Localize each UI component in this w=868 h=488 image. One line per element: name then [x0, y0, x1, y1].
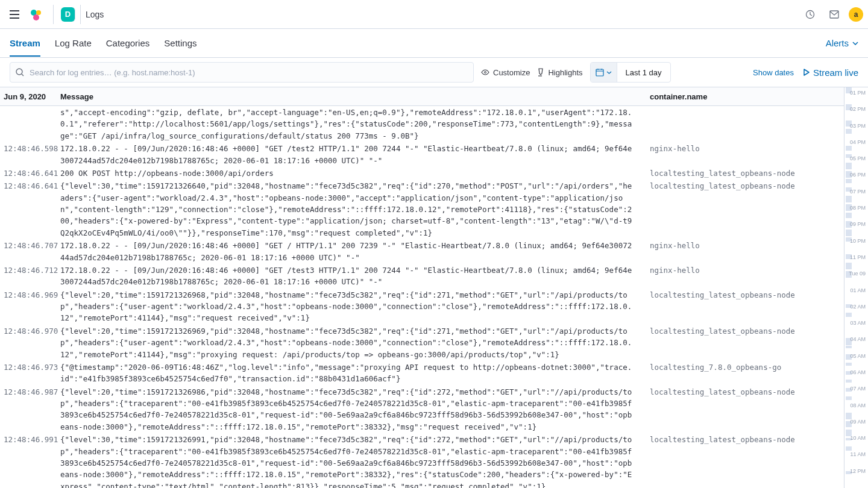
search-input[interactable] [10, 62, 474, 83]
alerts-label: Alerts [826, 38, 849, 48]
time-range-selector[interactable]: Last 1 day [590, 62, 671, 83]
log-message: {"level":20,"time":1591721326986,"pid":3… [57, 386, 639, 433]
show-dates-link[interactable]: Show dates [753, 68, 794, 77]
log-container-name: localtesting_latest_opbeans-node [639, 180, 844, 192]
log-container-name: nginx-hello [639, 143, 844, 154]
highlight-icon [537, 68, 544, 77]
minimap-tick: 04 AM [846, 336, 866, 342]
col-message-header[interactable]: Message [57, 92, 639, 101]
breadcrumb[interactable]: Logs [86, 10, 104, 19]
log-container-name: localtesting_latest_opbeans-node [639, 434, 844, 445]
log-timestamp: 12:48:46.641 [0, 180, 57, 192]
log-columns-header: Jun 9, 2020 Message container.name [0, 87, 868, 106]
tab-settings[interactable]: Settings [164, 30, 197, 57]
log-timestamp: 12:48:46.970 [0, 325, 57, 337]
minimap-tick: 02 PM [846, 106, 866, 112]
log-row[interactable]: 12:48:46.712172.18.0.22 - - [09/Jun/2020… [0, 264, 844, 289]
log-message: 172.18.0.22 - - [09/Jun/2020:16:48:46 +0… [57, 240, 639, 263]
minimap-tick: 03 AM [846, 320, 866, 326]
minimap-tick: 09 PM [846, 221, 866, 227]
calendar-button[interactable] [591, 63, 617, 82]
log-container-name: localtesting_7.8.0_opbeans-go [639, 361, 844, 373]
log-row[interactable]: 12:48:46.991{"level":30,"time":159172132… [0, 433, 844, 488]
divider [53, 5, 54, 24]
log-message: {"level":30,"time":1591721326640,"pid":3… [57, 180, 639, 239]
log-row[interactable]: 12:48:46.641{"level":30,"time":159172132… [0, 180, 844, 239]
time-range-text: Last 1 day [617, 68, 670, 77]
chevron-down-icon [606, 71, 612, 74]
tabs: Stream Log Rate Categories Settings [10, 30, 197, 57]
minimap-tick: 08 PM [846, 205, 866, 211]
stream-live-button[interactable]: Stream live [804, 67, 858, 78]
play-icon [804, 69, 810, 76]
log-row[interactable]: 12:48:46.598172.18.0.22 - - [09/Jun/2020… [0, 142, 844, 167]
log-timestamp: 12:48:46.987 [0, 386, 57, 398]
tab-categories[interactable]: Categories [106, 30, 150, 57]
log-message: 172.18.0.22 - - [09/Jun/2020:16:48:46 +0… [57, 143, 639, 166]
minimap-tick: 09 AM [846, 419, 866, 425]
svg-rect-4 [830, 11, 838, 18]
col-container-header[interactable]: container.name [639, 92, 868, 101]
log-timestamp: 12:48:46.712 [0, 264, 57, 276]
customize-button[interactable]: Customize [481, 68, 530, 77]
log-container-name: nginx-hello [639, 264, 844, 276]
top-bar: D Logs a [0, 0, 868, 29]
log-row[interactable]: 12:48:46.973{"@timestamp":"2020-06-09T16… [0, 361, 844, 386]
user-avatar[interactable]: a [849, 7, 863, 22]
svg-point-5 [16, 69, 22, 75]
log-message: 200 OK POST http://opbeans-node:3000/api… [57, 167, 639, 179]
mail-icon[interactable] [825, 5, 844, 24]
svg-point-1 [36, 10, 41, 15]
log-timestamp: 12:48:46.707 [0, 240, 57, 251]
svg-rect-7 [596, 69, 603, 76]
minimap-tick: 03 PM [846, 123, 866, 129]
minimap-tick: 05 AM [846, 353, 866, 359]
log-timestamp: 12:48:46.973 [0, 361, 57, 373]
log-row[interactable]: 12:48:46.707172.18.0.22 - - [09/Jun/2020… [0, 239, 844, 264]
divider [80, 5, 81, 24]
minimap-tick: 07 PM [846, 189, 866, 195]
minimap[interactable]: 01 PM02 PM03 PM04 PM05 PM06 PM07 PM08 PM… [844, 87, 868, 488]
calendar-icon [596, 68, 604, 77]
minimap-tick: 10 AM [846, 435, 866, 441]
minimap-tick: 04 PM [846, 139, 866, 145]
chevron-down-icon [852, 42, 858, 45]
log-container-name: localtesting_latest_opbeans-node [639, 167, 844, 179]
minimap-tick: 06 AM [846, 369, 866, 375]
space-selector[interactable]: D [61, 7, 75, 22]
log-timestamp: 12:48:46.641 [0, 167, 57, 179]
elastic-logo-icon[interactable] [29, 7, 43, 22]
menu-toggle-icon[interactable] [5, 5, 24, 24]
minimap-tick: 08 AM [846, 402, 866, 408]
minimap-tick: 01 PM [846, 90, 866, 96]
log-row[interactable]: 12:48:46.987{"level":20,"time":159172132… [0, 386, 844, 434]
svg-point-6 [485, 72, 486, 74]
minimap-tick: 11 PM [846, 254, 866, 260]
svg-point-2 [33, 14, 39, 20]
log-timestamp: 12:48:46.598 [0, 143, 57, 154]
minimap-tick: 05 PM [846, 155, 866, 161]
highlights-button[interactable]: Highlights [537, 68, 582, 77]
log-message: {"level":20,"time":1591721326968,"pid":3… [57, 289, 639, 324]
minimap-tick: Tue 09 [846, 271, 866, 277]
log-timestamp: 12:48:46.969 [0, 289, 57, 301]
log-row[interactable]: s","accept-encoding":"gzip, deflate, br"… [0, 106, 844, 142]
toolbar: Customize Highlights Last 1 day Show dat… [0, 58, 868, 87]
alerts-dropdown[interactable]: Alerts [826, 38, 858, 48]
log-container-name: localtesting_latest_opbeans-node [639, 386, 844, 398]
log-message: {"level":30,"time":1591721326991,"pid":3… [57, 434, 639, 488]
log-row[interactable]: 12:48:46.641200 OK POST http://opbeans-n… [0, 167, 844, 180]
log-row[interactable]: 12:48:46.969{"level":20,"time":159172132… [0, 289, 844, 325]
minimap-tick: 02 AM [846, 304, 866, 310]
eye-icon [481, 69, 489, 75]
minimap-tick: 01 AM [846, 287, 866, 293]
log-stream[interactable]: s","accept-encoding":"gzip, deflate, br"… [0, 106, 844, 488]
col-timestamp-header[interactable]: Jun 9, 2020 [0, 92, 57, 101]
newsfeed-icon[interactable] [800, 5, 820, 24]
minimap-tick: 07 AM [846, 386, 866, 392]
search-wrapper [10, 62, 474, 83]
log-row[interactable]: 12:48:46.970{"level":20,"time":159172132… [0, 325, 844, 361]
tab-log-rate[interactable]: Log Rate [55, 30, 92, 57]
tab-stream[interactable]: Stream [10, 30, 40, 57]
minimap-tick: 12 PM [846, 468, 866, 474]
